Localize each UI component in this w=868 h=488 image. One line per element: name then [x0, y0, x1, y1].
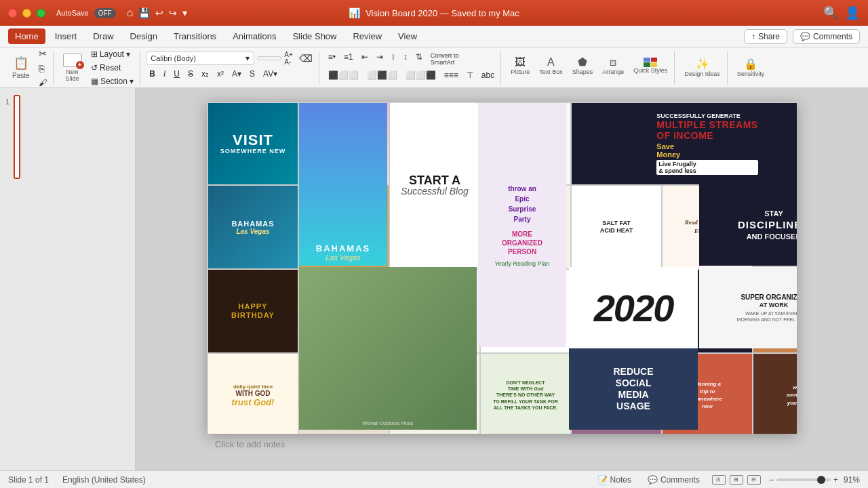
design-group: ✨ Design Ideas	[677, 51, 728, 85]
quick-styles-button[interactable]: Quick Styles	[629, 51, 671, 81]
zoom-in-icon[interactable]: +	[833, 475, 838, 485]
shapes-button[interactable]: ⬟ Shapes	[568, 51, 597, 81]
justify[interactable]: ≡≡≡	[441, 69, 462, 81]
slides-sidebar: 1	[0, 88, 136, 470]
align-right[interactable]: ⬜⬜⬛	[402, 69, 439, 81]
line-spacing[interactable]: ↕	[400, 51, 411, 67]
char-spacing-button[interactable]: AV▾	[260, 68, 281, 80]
add-notes-area[interactable]: Click to add notes	[207, 434, 797, 455]
bullets-button[interactable]: ≡•	[325, 51, 339, 67]
normal-view-button[interactable]: ⊡	[712, 475, 726, 485]
shapes-icon: ⬟	[578, 56, 587, 68]
text-direction[interactable]: ⇅	[412, 51, 426, 67]
superscript-button[interactable]: x²	[214, 68, 227, 80]
sensitivity-button[interactable]: 🔒 Sensitivity	[733, 55, 769, 80]
strikethrough-button[interactable]: S	[184, 68, 197, 80]
subscript-button[interactable]: x₂	[198, 68, 212, 80]
menu-home[interactable]: Home	[8, 28, 45, 44]
autosave-label: AutoSave	[56, 9, 89, 17]
minimize-button[interactable]	[22, 9, 31, 18]
menu-insert[interactable]: Insert	[48, 28, 84, 44]
underline-button[interactable]: U	[170, 68, 183, 80]
bahamas-cell: BAHAMAS Las Vegas	[208, 186, 298, 268]
numbering-button[interactable]: ≡1	[340, 51, 357, 67]
cut-button[interactable]: ✂	[35, 47, 50, 60]
picture-icon: 🖼	[515, 56, 526, 68]
paste-button[interactable]: 📋 Paste	[8, 53, 34, 82]
search-icon[interactable]: 🔍	[823, 5, 838, 20]
section-button[interactable]: ▦ Section ▾	[87, 75, 138, 87]
increase-indent[interactable]: ⇥	[373, 51, 387, 67]
textbox-icon: A	[547, 56, 555, 68]
columns-button[interactable]: ⫶	[388, 51, 399, 67]
clear-formatting[interactable]: ⌫	[296, 52, 316, 65]
italic-button[interactable]: I	[160, 68, 169, 80]
convert-smartart[interactable]: Convert toSmartArt	[427, 51, 462, 67]
user-icon[interactable]: 👤	[845, 5, 860, 20]
slide-info: Slide 1 of 1	[8, 475, 49, 485]
slide-number-label: 1	[5, 98, 9, 106]
font-size-input[interactable]	[257, 56, 281, 60]
close-button[interactable]	[8, 9, 17, 18]
menu-bar: Home Insert Draw Design Transitions Anim…	[0, 26, 868, 47]
menu-design[interactable]: Design	[123, 28, 164, 44]
font-color-button[interactable]: A▾	[229, 68, 245, 80]
status-bar: Slide 1 of 1 English (United States) 📝 N…	[0, 470, 868, 488]
menu-transitions[interactable]: Transitions	[167, 28, 223, 44]
paste-icon: 📋	[14, 56, 28, 70]
design-ideas-button[interactable]: ✨ Design Ideas	[680, 55, 724, 80]
design-icon: ✨	[696, 58, 709, 70]
home-icon[interactable]: ⌂	[127, 7, 134, 19]
notes-button[interactable]: 📝 Notes	[593, 475, 635, 485]
zoom-slider[interactable]	[776, 479, 831, 481]
sensitivity-group: 🔒 Sensitivity	[730, 51, 772, 85]
zoom-out-icon[interactable]: −	[769, 475, 774, 485]
title-bar-actions: 🔍 👤	[823, 5, 860, 20]
format-painter-button[interactable]: 🖌	[35, 77, 50, 89]
decrease-indent[interactable]: ⇤	[358, 51, 372, 67]
font-size-increase[interactable]: A+	[283, 51, 294, 58]
maximize-button[interactable]	[37, 9, 45, 18]
share-button[interactable]: ↑ Share	[744, 29, 787, 44]
slide-sorter-button[interactable]: ⊞	[730, 475, 743, 485]
text-box-button[interactable]: A Text Box	[535, 51, 567, 81]
menu-draw[interactable]: Draw	[86, 28, 120, 44]
copy-button[interactable]: ⎘	[35, 62, 50, 75]
text-highlight[interactable]: abc	[478, 69, 498, 81]
customize-icon[interactable]: ▾	[182, 7, 187, 18]
vertical-align[interactable]: ⊤	[463, 69, 477, 81]
menu-animations[interactable]: Animations	[226, 28, 283, 44]
menu-bar-right: ↑ Share 💬 Comments	[744, 29, 860, 44]
menu-review[interactable]: Review	[346, 28, 389, 44]
arrange-icon: ⧈	[610, 56, 616, 68]
comments-status-button[interactable]: 💬 Comments	[644, 475, 704, 485]
redo-icon[interactable]: ↪	[169, 7, 177, 18]
comment-status-icon: 💬	[648, 475, 658, 485]
arrange-button[interactable]: ⧈ Arrange	[598, 51, 628, 81]
autosave-toggle[interactable]: OFF	[94, 8, 116, 18]
notes-icon: 📝	[597, 475, 608, 485]
comments-button[interactable]: 💬 Comments	[793, 29, 860, 44]
save-icon[interactable]: 💾	[138, 7, 150, 18]
font-family-dropdown[interactable]: Calibri (Body) ▾	[146, 52, 254, 65]
window-controls: AutoSave OFF ⌂ 💾 ↩ ↪ ▾	[8, 7, 187, 19]
menu-view[interactable]: View	[391, 28, 424, 44]
slide-thumbnail-1[interactable]	[14, 95, 20, 179]
trust-god-cell: daily quiet time WITH GOD trust God!	[208, 354, 298, 434]
text-shadow-button[interactable]: S	[246, 68, 258, 80]
font-group: Calibri (Body) ▾ A+ A- ⌫ B I U S x₂ x² A…	[143, 51, 319, 85]
toolbar: 📋 Paste ✂ ⎘ 🖌 + New Slide ⊞ Layout ▾ ↺ R…	[0, 47, 868, 88]
slide-canvas[interactable]: VISIT SOMEWHERE NEW Costa Rica START A S…	[207, 102, 797, 434]
main-area: 1	[0, 88, 868, 470]
font-size-decrease[interactable]: A-	[283, 58, 294, 66]
new-slide-button[interactable]: + New Slide	[59, 51, 86, 85]
picture-button[interactable]: 🖼 Picture	[507, 51, 534, 81]
align-left[interactable]: ⬛⬜⬜	[325, 69, 362, 81]
undo-icon[interactable]: ↩	[155, 7, 163, 18]
bold-button[interactable]: B	[146, 68, 159, 80]
layout-button[interactable]: ⊞ Layout ▾	[87, 48, 138, 60]
reading-view-button[interactable]: ⊟	[747, 475, 761, 485]
reset-button[interactable]: ↺ Reset	[87, 62, 138, 74]
align-center[interactable]: ⬜⬛⬜	[363, 69, 401, 81]
menu-slideshow[interactable]: Slide Show	[285, 28, 343, 44]
